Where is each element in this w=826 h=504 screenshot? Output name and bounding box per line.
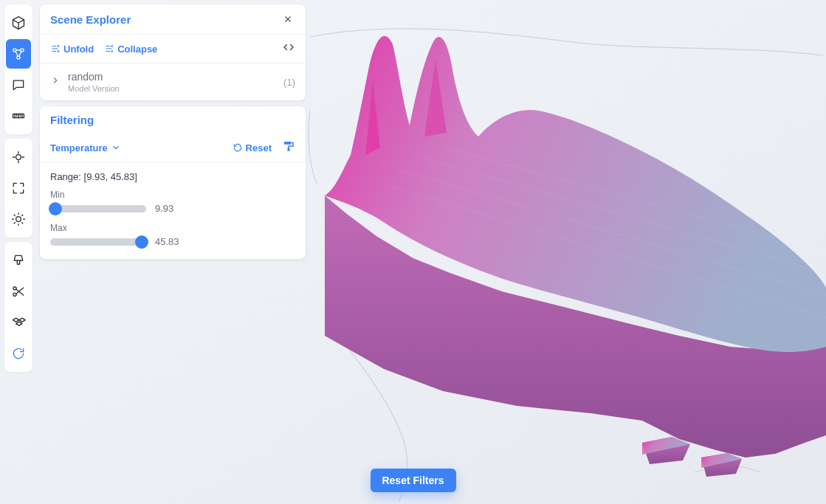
max-slider[interactable]: [50, 238, 146, 246]
svg-point-5: [16, 155, 21, 160]
tree-item-subtitle: Model Version: [68, 84, 276, 93]
max-slider-thumb[interactable]: [135, 235, 148, 249]
tool-ruler[interactable]: [6, 101, 31, 131]
scene-explorer-close-button[interactable]: [281, 12, 295, 27]
tree-item-count: (1): [283, 77, 295, 88]
tree-item-name: random: [68, 71, 276, 83]
tool-boxes[interactable]: [6, 308, 31, 337]
tool-compass[interactable]: [6, 142, 31, 172]
filter-reset-button[interactable]: Reset: [233, 142, 272, 153]
tool-rotate[interactable]: [6, 339, 31, 368]
filter-range-text: Range: [9.93, 45.83]: [50, 171, 295, 182]
filtering-panel: Filtering Temperature Reset Range: [9.93…: [40, 106, 306, 259]
tool-graph[interactable]: [6, 39, 31, 69]
min-slider[interactable]: [50, 205, 146, 213]
filter-property-dropdown[interactable]: Temperature: [50, 142, 121, 153]
max-slider-value: 45.83: [155, 236, 179, 247]
min-slider-value: 9.93: [155, 203, 173, 214]
tree-row[interactable]: random Model Version (1): [40, 63, 306, 100]
min-slider-label: Min: [50, 190, 295, 200]
chevron-right-icon[interactable]: [50, 75, 61, 89]
main-toolbar: [4, 4, 32, 372]
reset-filters-button[interactable]: Reset Filters: [370, 469, 455, 492]
unfold-label: Unfold: [63, 44, 94, 55]
filtering-title: Filtering: [50, 114, 94, 126]
filter-reset-label: Reset: [246, 142, 272, 153]
max-slider-label: Max: [50, 223, 295, 233]
svg-point-6: [16, 217, 21, 222]
scene-explorer-title: Scene Explorer: [50, 13, 131, 26]
tool-chat[interactable]: [6, 70, 31, 100]
tool-scissors[interactable]: [6, 277, 31, 306]
filter-property-label: Temperature: [50, 142, 108, 153]
tool-cube[interactable]: [6, 8, 31, 38]
paint-roller-icon[interactable]: [282, 139, 295, 156]
collapse-button[interactable]: Collapse: [104, 44, 157, 55]
scene-explorer-panel: Scene Explorer Unfold Collapse: [40, 4, 306, 100]
min-slider-thumb[interactable]: [49, 202, 62, 215]
unfold-button[interactable]: Unfold: [50, 44, 94, 55]
tool-sun[interactable]: [6, 204, 31, 234]
code-toggle-button[interactable]: [282, 41, 295, 57]
svg-rect-9: [288, 148, 290, 151]
collapse-label: Collapse: [117, 44, 157, 55]
tool-expand[interactable]: [6, 173, 31, 203]
tool-lamp[interactable]: [6, 246, 31, 275]
